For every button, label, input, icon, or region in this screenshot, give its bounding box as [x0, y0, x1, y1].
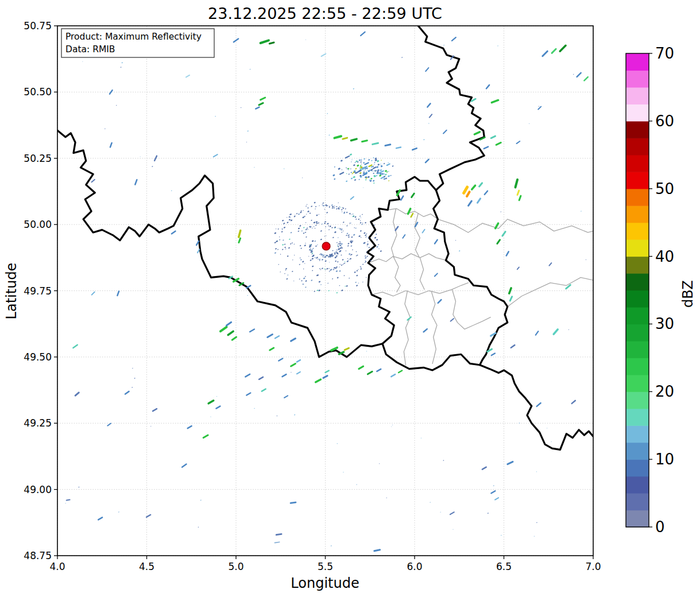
clutter-dot: [312, 270, 313, 271]
cluster-dot: [370, 178, 372, 180]
colorbar-band: [626, 189, 649, 206]
clutter-dot: [328, 229, 330, 230]
cluster-streak: [387, 164, 390, 165]
noise-dot: [379, 463, 380, 464]
y-tick-label: 50.25: [24, 153, 52, 164]
noise-dot: [488, 513, 489, 514]
colorbar-band: [626, 206, 649, 223]
cluster-dot: [378, 164, 380, 165]
echo-streak: [492, 354, 495, 356]
echo-streak: [368, 371, 372, 374]
echo-streak: [451, 319, 454, 321]
echo-streak: [399, 371, 402, 373]
clutter-dot: [318, 222, 320, 223]
clutter-dot: [316, 221, 318, 223]
noise-dot: [534, 536, 535, 537]
x-tick-label: 4.5: [139, 561, 154, 572]
echo-streak: [452, 37, 456, 41]
echo-streak: [477, 199, 480, 203]
clutter-dot: [345, 286, 346, 287]
echo-streak: [92, 292, 95, 295]
echo-streak: [203, 435, 208, 438]
cluster-dot: [342, 169, 343, 170]
clutter-dot: [315, 245, 317, 247]
noise-dot: [200, 499, 201, 501]
plot-title: 23.12.2025 22:55 - 22:59 UTC: [208, 5, 442, 22]
regional-border-line: [393, 257, 400, 292]
echo-streak: [491, 491, 495, 493]
clutter-dot: [331, 204, 333, 206]
clutter-dot: [357, 270, 358, 271]
clutter-dot: [307, 227, 308, 228]
clutter-dot: [311, 280, 312, 281]
clutter-dot: [284, 273, 285, 274]
clutter-dot: [323, 254, 324, 256]
echo-streak: [537, 403, 541, 406]
cluster-dot: [348, 169, 349, 170]
clutter-dot: [365, 260, 366, 261]
cluster-dot: [368, 159, 370, 161]
clutter-dot: [328, 268, 330, 269]
echo-streak: [323, 376, 327, 378]
clutter-dot: [287, 217, 287, 218]
clutter-dot: [353, 234, 355, 235]
clutter-dot: [274, 232, 277, 234]
cluster-dot: [373, 173, 374, 174]
regional-border-line: [392, 209, 397, 257]
clutter-dot: [282, 244, 284, 246]
clutter-dot: [335, 261, 337, 262]
clutter-dot: [291, 219, 293, 221]
clutter-dot: [285, 249, 287, 249]
clutter-dot: [360, 266, 361, 268]
noise-dot: [423, 139, 424, 140]
cluster-dot: [351, 177, 353, 179]
noise-dot: [586, 259, 586, 260]
clutter-dot: [339, 285, 340, 286]
clutter-dot: [290, 217, 291, 218]
cluster-streak: [369, 165, 372, 166]
echo-streak: [577, 73, 581, 77]
noise-dot: [277, 416, 278, 417]
clutter-dot: [289, 239, 291, 240]
cluster-dot: [353, 176, 355, 179]
clutter-dot: [337, 261, 339, 262]
cluster-dot: [388, 180, 389, 181]
cluster-streak: [346, 156, 349, 158]
clutter-dot: [329, 206, 330, 207]
echo-streak: [492, 100, 498, 102]
clutter-dot: [303, 269, 304, 270]
clutter-dot: [316, 223, 318, 224]
clutter-dot: [356, 251, 357, 253]
clutter-dot: [366, 236, 368, 237]
clutter-dot: [365, 262, 366, 263]
clutter-dot: [305, 243, 305, 243]
cluster-dot: [380, 169, 382, 171]
clutter-dot: [356, 285, 358, 286]
echo-streak: [270, 348, 274, 350]
clutter-dot: [342, 207, 344, 209]
clutter-dot: [339, 264, 341, 265]
clutter-dot: [339, 270, 341, 272]
national-border-line: [418, 26, 484, 190]
national-border-line: [57, 130, 382, 357]
noise-dot: [82, 61, 83, 61]
echo-streak: [412, 193, 415, 197]
clutter-dot: [366, 255, 368, 257]
clutter-dot: [346, 285, 348, 287]
regional-border-line: [404, 291, 410, 365]
clutter-dot: [312, 240, 314, 242]
clutter-dot: [279, 237, 280, 237]
clutter-dot: [312, 266, 314, 268]
clutter-dot: [314, 291, 315, 292]
cluster-dot: [383, 173, 385, 175]
clutter-dot: [362, 281, 363, 282]
echo-streak: [284, 396, 288, 398]
cluster-dot: [363, 170, 365, 172]
echo-streak: [232, 337, 236, 340]
clutter-dot: [294, 243, 295, 245]
clutter-dot: [334, 253, 336, 255]
clutter-dot: [284, 227, 285, 228]
echo-streak: [125, 391, 129, 394]
clutter-dot: [356, 275, 358, 277]
colorbar-band: [626, 87, 649, 104]
